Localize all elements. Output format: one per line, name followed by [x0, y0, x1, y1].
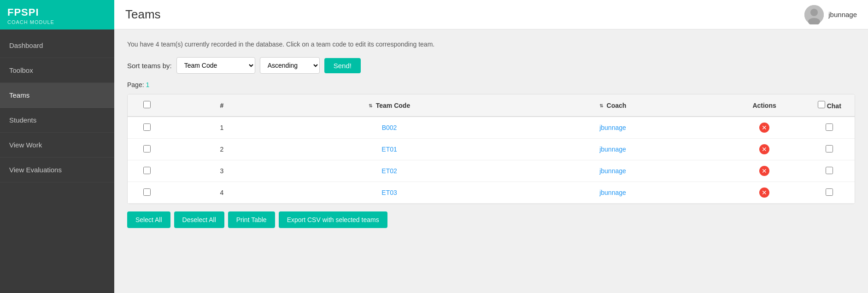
delete-button-1[interactable]: ✕: [759, 123, 769, 133]
chat-checkbox-2[interactable]: [826, 145, 833, 152]
coach-link-2[interactable]: jbunnage: [599, 146, 626, 153]
row-checkbox-cell: [128, 139, 166, 160]
sidebar-item-teams[interactable]: Teams: [0, 83, 114, 108]
header-checkbox-col: [128, 94, 166, 117]
select-all-button[interactable]: Select All: [127, 211, 170, 228]
row-checkbox-3[interactable]: [143, 167, 151, 174]
topbar: Teams jbunnage: [114, 0, 868, 29]
select-all-header-checkbox[interactable]: [143, 101, 151, 108]
app-logo: FPSPI: [7, 6, 107, 18]
row-checkbox-1[interactable]: [143, 123, 151, 131]
row-coach: jbunnage: [501, 182, 725, 204]
row-checkbox-2[interactable]: [143, 145, 151, 152]
team-code-link-ET03[interactable]: ET03: [381, 189, 397, 196]
coach-link-1[interactable]: jbunnage: [599, 124, 626, 131]
teams-table-container: # ⇅ Team Code ⇅ Coach Actions Chat: [127, 94, 855, 204]
sidebar-header: FPSPI COACH MODULE: [0, 0, 114, 29]
table-body: 1 B002 jbunnage ✕ 2 ET01 jbunnage: [128, 117, 855, 204]
sort-field-select[interactable]: Team Code Coach Number of Students: [176, 57, 255, 74]
sidebar-item-students[interactable]: Students: [0, 108, 114, 133]
team-code-sort-arrow: ⇅: [369, 103, 372, 108]
chat-checkbox-1[interactable]: [826, 123, 833, 131]
header-chat: Chat: [804, 94, 855, 117]
row-checkbox-4[interactable]: [143, 188, 151, 196]
chat-checkbox-3[interactable]: [826, 167, 833, 174]
sidebar: FPSPI COACH MODULE Dashboard Toolbox Tea…: [0, 0, 114, 293]
avatar: [804, 5, 824, 24]
delete-button-3[interactable]: ✕: [759, 166, 769, 176]
row-coach: jbunnage: [501, 160, 725, 182]
row-team-code: B002: [278, 117, 501, 139]
team-code-link-B002[interactable]: B002: [382, 124, 397, 131]
deselect-all-button[interactable]: Deselect All: [174, 211, 224, 228]
sort-label: Sort teams by:: [127, 62, 172, 70]
sidebar-item-view-work[interactable]: View Work: [0, 133, 114, 158]
main-area: Teams jbunnage You have 4 team(s) curren…: [114, 0, 868, 293]
table-header-row: # ⇅ Team Code ⇅ Coach Actions Chat: [128, 94, 855, 117]
header-coach[interactable]: ⇅ Coach: [501, 94, 725, 117]
teams-table: # ⇅ Team Code ⇅ Coach Actions Chat: [128, 94, 855, 204]
export-csv-button[interactable]: Export CSV with selected teams: [279, 211, 387, 228]
table-row: 2 ET01 jbunnage ✕: [128, 139, 855, 160]
team-code-link-ET01[interactable]: ET01: [381, 146, 397, 153]
svg-point-1: [810, 9, 818, 16]
row-num: 4: [166, 182, 277, 204]
row-num: 2: [166, 139, 277, 160]
row-checkbox-cell: [128, 117, 166, 139]
row-chat: [804, 182, 855, 204]
row-checkbox-cell: [128, 182, 166, 204]
coach-link-4[interactable]: jbunnage: [599, 189, 626, 196]
page-link[interactable]: 1: [146, 81, 149, 88]
content-area: You have 4 team(s) currently recorded in…: [114, 29, 868, 293]
row-chat: [804, 160, 855, 182]
avatar-icon: [804, 5, 824, 24]
user-info: jbunnage: [804, 5, 857, 24]
row-coach: jbunnage: [501, 139, 725, 160]
team-code-link-ET02[interactable]: ET02: [381, 167, 397, 175]
info-message: You have 4 team(s) currently recorded in…: [127, 41, 855, 48]
sort-row: Sort teams by: Team Code Coach Number of…: [127, 57, 855, 74]
header-num: #: [166, 94, 277, 117]
send-button[interactable]: Send!: [324, 58, 361, 73]
page-title: Teams: [125, 7, 161, 22]
row-num: 1: [166, 117, 277, 139]
row-chat: [804, 117, 855, 139]
sort-order-select[interactable]: Ascending Descending: [260, 57, 320, 74]
sidebar-item-view-evaluations[interactable]: View Evaluations: [0, 158, 114, 182]
row-actions: ✕: [724, 182, 804, 204]
app-module: COACH MODULE: [7, 19, 107, 25]
page-indicator: Page: 1: [127, 81, 855, 88]
table-row: 1 B002 jbunnage ✕: [128, 117, 855, 139]
table-row: 4 ET03 jbunnage ✕: [128, 182, 855, 204]
row-checkbox-cell: [128, 160, 166, 182]
print-table-button[interactable]: Print Table: [228, 211, 275, 228]
coach-sort-arrow: ⇅: [599, 103, 603, 108]
row-team-code: ET02: [278, 160, 501, 182]
delete-button-4[interactable]: ✕: [759, 188, 769, 198]
bottom-buttons: Select All Deselect All Print Table Expo…: [127, 211, 855, 228]
row-num: 3: [166, 160, 277, 182]
header-team-code[interactable]: ⇅ Team Code: [278, 94, 501, 117]
coach-link-3[interactable]: jbunnage: [599, 167, 626, 175]
header-actions: Actions: [724, 94, 804, 117]
row-coach: jbunnage: [501, 117, 725, 139]
row-actions: ✕: [724, 117, 804, 139]
sidebar-nav: Dashboard Toolbox Teams Students View Wo…: [0, 29, 114, 182]
chat-header-checkbox[interactable]: [818, 101, 825, 108]
row-chat: [804, 139, 855, 160]
row-actions: ✕: [724, 139, 804, 160]
table-row: 3 ET02 jbunnage ✕: [128, 160, 855, 182]
username-label: jbunnage: [828, 11, 857, 18]
row-actions: ✕: [724, 160, 804, 182]
delete-button-2[interactable]: ✕: [759, 144, 769, 154]
sidebar-item-toolbox[interactable]: Toolbox: [0, 58, 114, 83]
row-team-code: ET01: [278, 139, 501, 160]
row-team-code: ET03: [278, 182, 501, 204]
chat-checkbox-4[interactable]: [826, 188, 833, 196]
sidebar-item-dashboard[interactable]: Dashboard: [0, 33, 114, 58]
